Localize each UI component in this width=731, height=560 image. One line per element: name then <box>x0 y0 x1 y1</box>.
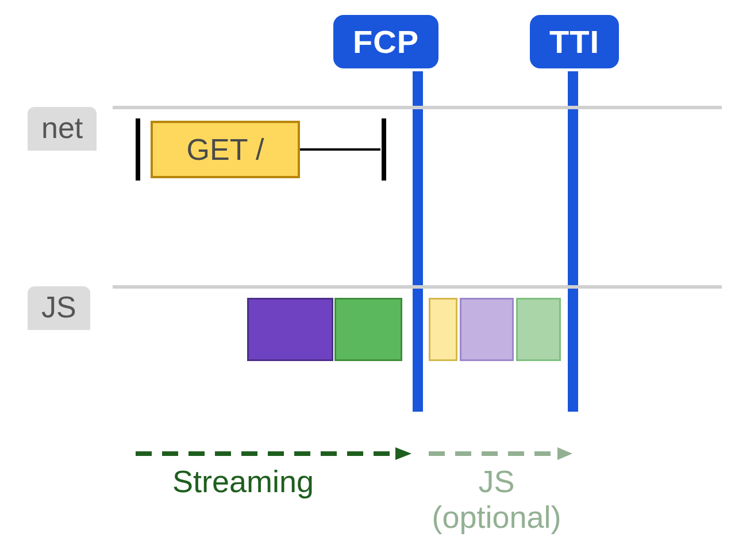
streaming-label: Streaming <box>172 463 314 499</box>
net-tail-line <box>300 148 380 151</box>
js-optional-line2: (optional) <box>432 500 561 534</box>
js-block-0 <box>247 298 333 361</box>
tti-badge: TTI <box>530 15 619 68</box>
js-optional-arrow <box>429 445 572 462</box>
svg-marker-3 <box>557 447 572 460</box>
net-start-bracket <box>136 118 140 181</box>
js-block-3 <box>460 298 514 361</box>
net-row-line <box>113 106 722 109</box>
js-optional-label: JS (optional) <box>428 463 565 535</box>
streaming-arrow <box>136 445 411 462</box>
js-row-line <box>113 285 722 289</box>
tti-marker-line <box>568 71 578 412</box>
js-row-label: JS <box>28 286 90 330</box>
js-block-4 <box>516 298 561 361</box>
net-get-box: GET / <box>151 121 300 178</box>
fcp-marker-line <box>413 71 423 412</box>
js-optional-line1: JS <box>478 464 514 498</box>
fcp-badge: FCP <box>333 15 438 68</box>
js-block-1 <box>334 298 402 361</box>
js-block-2 <box>429 298 457 361</box>
net-row-label: net <box>28 107 97 151</box>
svg-marker-1 <box>395 447 411 460</box>
timing-diagram: FCP TTI net GET / JS Streaming JS (optio… <box>0 0 731 560</box>
net-end-bracket <box>382 118 386 181</box>
